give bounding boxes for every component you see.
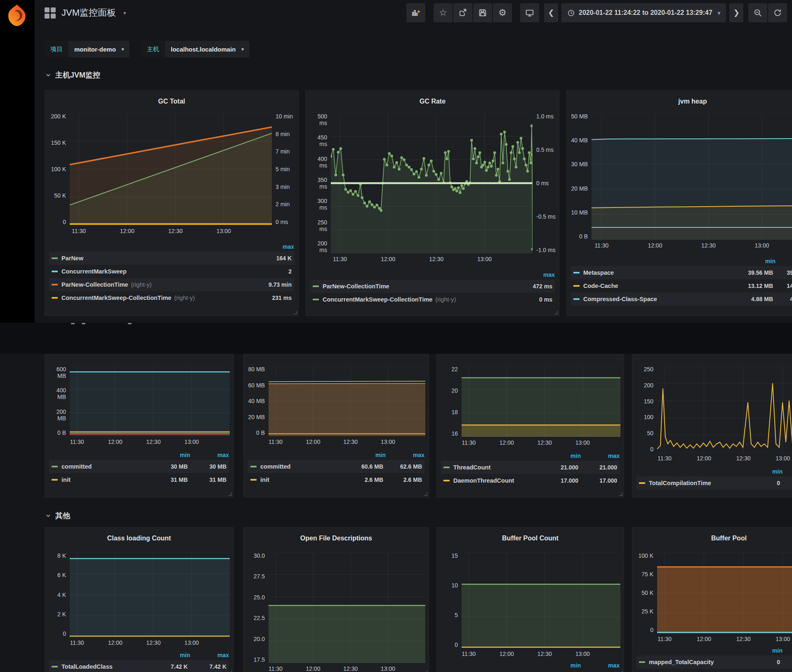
series-color-swatch xyxy=(52,297,58,299)
legend-column-header[interactable]: min xyxy=(542,662,581,669)
legend-row[interactable]: ParNew 164 K xyxy=(49,252,294,265)
legend-column-header[interactable]: min xyxy=(737,258,776,264)
legend-column-header[interactable]: max xyxy=(190,452,229,458)
legend-row[interactable]: ConcurrentMarkSweep 2 xyxy=(49,265,294,278)
y-tick: 500 ms xyxy=(309,113,327,126)
share-button[interactable] xyxy=(453,3,472,22)
star-button[interactable]: ☆ xyxy=(434,3,453,22)
legend-row[interactable]: init 31 MB31 MB xyxy=(49,473,229,486)
time-back-button[interactable]: ❮ xyxy=(544,3,558,22)
y-tick: 50 MB xyxy=(570,113,588,120)
chart-plot-area[interactable]: 11:3012:0012:3013:00 xyxy=(657,366,792,453)
panel-title[interactable]: GC Total xyxy=(48,93,295,110)
panel-compilation: 250200150100500 11:3012:0012:3013:00 min… xyxy=(632,354,792,498)
x-tick: 13:00 xyxy=(184,439,199,445)
legend-column-header[interactable]: min xyxy=(542,453,581,459)
legend-column-header[interactable]: min xyxy=(151,452,190,458)
y-tick: 27.5 xyxy=(247,573,265,580)
chart-plot-area[interactable]: 11:3012:0012:3013:00 xyxy=(331,113,533,253)
panel-memory-2: 80 MB60 MB40 MB20 MB0 B 11:3012:0012:301… xyxy=(243,354,429,498)
series-color-swatch xyxy=(52,479,58,481)
chart-plot-area[interactable]: 11:3012:0012:3013:00 xyxy=(592,113,792,240)
y-tick: 50 xyxy=(636,430,653,436)
panel-title[interactable]: jvm heap xyxy=(570,93,792,110)
clock-icon xyxy=(567,9,575,17)
save-button[interactable] xyxy=(473,3,492,22)
legend-row[interactable]: ThreadCount 21.00021.000 xyxy=(441,461,620,474)
nav-actions: ☆ ⚙ ❮ 2020-01-22 11:24:22 to 2020-01-22 … xyxy=(406,3,787,22)
variable-project-select[interactable]: monitor-demo ▾ xyxy=(68,41,130,57)
time-forward-button[interactable]: ❯ xyxy=(729,3,743,22)
legend-row[interactable]: mapped_TotalCapacity 0 xyxy=(636,655,792,669)
legend-row[interactable]: init 2.6 MB2.6 MB xyxy=(248,473,424,486)
legend-column-header[interactable]: max xyxy=(581,453,620,459)
x-tick: 11:30 xyxy=(70,639,84,646)
legend-row[interactable]: Code-Cache 13.12 MB14.80 MB xyxy=(571,279,792,292)
y-axis-left: 500 ms450 ms400 ms350 ms300 ms250 ms200 … xyxy=(309,113,331,253)
y-tick: 10 xyxy=(440,582,458,589)
cycle-view-button[interactable] xyxy=(520,3,539,22)
legend-row[interactable]: ConcurrentMarkSweep-CollectionTime (righ… xyxy=(49,291,294,304)
legend-row[interactable]: TotalCompilationTime 0 xyxy=(636,476,792,490)
series-color-swatch xyxy=(573,285,580,287)
grafana-logo-icon[interactable] xyxy=(5,3,29,27)
legend-column-header[interactable]: min xyxy=(151,652,190,658)
panel-gc-total: GC Total 200 K150 K100 K50 K0 11:3012:00… xyxy=(45,90,299,316)
legend-column-header[interactable]: max xyxy=(190,652,229,658)
add-panel-button[interactable] xyxy=(406,3,425,22)
time-range-text: 2020-01-22 11:24:22 to 2020-01-22 13:29:… xyxy=(579,9,712,17)
panel-title[interactable]: GC Rate xyxy=(309,93,556,110)
y-axis-left: 50 MB40 MB30 MB20 MB10 MB0 B xyxy=(570,113,592,240)
dashboard-caret-icon[interactable]: ▾ xyxy=(123,10,126,16)
y-axis-left: 30.027.525.022.520.017.5 xyxy=(247,552,269,663)
chart-plot-area[interactable]: 11:3012:0012:3013:00 xyxy=(269,552,425,663)
legend-row[interactable]: Metaspace 39.56 MB39.98 MB xyxy=(571,266,792,279)
legend-row[interactable]: committed 30 MB30 MB xyxy=(49,460,229,473)
legend: min mapped_TotalCapacity 0 xyxy=(636,646,792,669)
refresh-button[interactable] xyxy=(768,3,787,22)
legend-row[interactable]: ConcurrentMarkSweep-CollectionTime (righ… xyxy=(310,293,555,306)
legend-column-header[interactable]: max xyxy=(386,452,424,458)
legend-row[interactable]: committed 60.6 MB62.6 MB xyxy=(248,460,424,473)
legend-column-header[interactable]: min xyxy=(347,452,386,458)
chart-plot-area[interactable]: 11:3012:0012:3013:00 xyxy=(269,366,425,436)
x-tick: 13:00 xyxy=(381,665,395,672)
y-tick: 16 xyxy=(440,430,458,437)
panel-title[interactable]: Buffer Pool Count xyxy=(440,530,620,547)
time-range-picker[interactable]: 2020-01-22 11:24:22 to 2020-01-22 13:29:… xyxy=(561,3,726,22)
variable-project: 项目 monitor-demo ▾ xyxy=(45,41,130,57)
chart-plot-area[interactable]: 11:3012:0012:3013:00 xyxy=(657,552,792,633)
chart-plot-area[interactable]: 11:3012:0012:3013:00 xyxy=(462,552,620,648)
y-tick: 200 MB xyxy=(48,408,66,422)
x-axis: 11:3012:0012:3013:00 xyxy=(462,437,620,447)
legend-column-header[interactable]: max xyxy=(776,258,792,264)
panel-title[interactable]: Class loading Count xyxy=(48,530,230,547)
panel-title[interactable]: Buffer Pool xyxy=(636,530,792,547)
legend-row[interactable]: Compressed-Class-Space 4.88 MB4.88 MB xyxy=(571,292,792,306)
legend-column-header[interactable]: max xyxy=(255,243,294,250)
dashboard-title[interactable]: JVM监控面板 xyxy=(61,7,116,19)
chevron-right-icon: ❯ xyxy=(733,8,740,17)
legend-row[interactable]: DaemonThreadCount 17.00017.000 xyxy=(441,474,620,487)
legend-row[interactable]: ParNew-CollectionTime (right-y) 9.73 min xyxy=(49,278,294,291)
variable-host-select[interactable]: localhost.localdomain ▾ xyxy=(165,41,250,57)
chart-plot-area[interactable]: 11:3012:0012:3013:00 xyxy=(70,366,230,436)
chart-plot-area[interactable]: 11:3012:0012:3013:00 xyxy=(70,552,230,637)
chart-plot-area[interactable]: 11:3012:0012:3013:00 xyxy=(70,113,272,225)
panel-title[interactable]: Open File Descriptions xyxy=(247,530,425,547)
legend-column-header[interactable]: max xyxy=(581,662,620,669)
legend-column-header[interactable]: min xyxy=(744,468,783,475)
x-axis: 11:3012:0012:3013:00 xyxy=(269,436,425,446)
legend-column-header[interactable]: min xyxy=(744,647,783,654)
legend-row[interactable]: ParNew-CollectionTime 472 ms xyxy=(310,280,555,293)
settings-button[interactable]: ⚙ xyxy=(493,3,512,22)
row-header-other[interactable]: 其他 xyxy=(45,511,70,521)
chart-plot-area[interactable]: 11:3012:0012:3013:00 xyxy=(462,366,620,437)
legend-column-header[interactable]: max xyxy=(516,271,555,278)
legend-row[interactable]: TotalLoadedClass 7.42 K7.42 K xyxy=(49,660,229,672)
caret-down-icon: ▾ xyxy=(122,47,124,52)
panel-buffer-pool-count: Buffer Pool Count 151050 11:3012:0012:30… xyxy=(436,527,624,672)
series-color-swatch xyxy=(250,466,257,467)
row-header-jvm[interactable]: 主机JVM监控 xyxy=(45,70,100,80)
zoom-out-button[interactable] xyxy=(748,3,767,22)
